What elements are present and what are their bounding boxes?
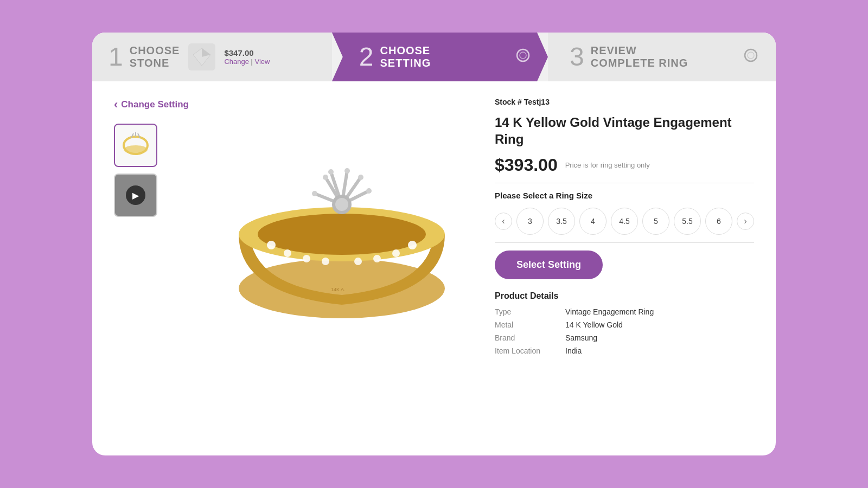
stepper: 1 CHOOSE STONE $347.00 Change | View	[92, 33, 776, 81]
size-next-button[interactable]: ›	[737, 213, 754, 230]
step2-ring-icon	[514, 47, 532, 68]
price-value: $393.00	[495, 155, 558, 175]
svg-point-21	[408, 241, 417, 249]
svg-point-30	[328, 169, 334, 175]
detail-key: Metal	[495, 320, 565, 329]
detail-row: Item LocationIndia	[495, 346, 754, 355]
step3-sublabel: COMPLETE RING	[591, 57, 688, 69]
step1-info: $347.00 Change | View	[224, 48, 270, 66]
step3-number: 3	[570, 44, 584, 70]
svg-point-35	[335, 198, 348, 211]
change-link[interactable]: Change	[224, 57, 249, 66]
thumbnail-video[interactable]: ▶	[114, 174, 157, 217]
step1-label: CHOOSE	[130, 44, 180, 57]
svg-point-3	[520, 52, 526, 59]
size-prev-button[interactable]: ‹	[495, 213, 512, 230]
svg-point-31	[344, 168, 350, 174]
divider-2	[495, 242, 754, 243]
step1-thumbnail	[188, 43, 215, 70]
detail-row: BrandSamsung	[495, 333, 754, 342]
detail-key: Brand	[495, 333, 565, 342]
svg-point-17	[322, 258, 329, 265]
back-chevron-icon: ‹	[114, 98, 118, 112]
step3-label: REVIEW	[591, 44, 688, 57]
change-setting-link[interactable]: ‹ Change Setting	[114, 98, 189, 112]
svg-point-18	[354, 258, 362, 265]
size-btn-3.5[interactable]: 3.5	[548, 208, 575, 235]
svg-point-4	[745, 49, 757, 61]
step-3: 3 REVIEW COMPLETE RING	[548, 33, 776, 81]
stock-row: Stock # Testj13	[495, 98, 754, 106]
step3-ring-icon	[742, 47, 760, 68]
step2-label: CHOOSE	[380, 44, 431, 57]
size-selector: ‹ 33.544.555.56›	[495, 208, 754, 235]
details-rows: TypeVintage Engagement RingMetal14 K Yel…	[495, 307, 754, 355]
main-image-area: 14K A.	[210, 98, 473, 359]
step-2: 2 CHOOSE SETTING	[332, 33, 548, 81]
svg-point-28	[323, 175, 328, 180]
thumbnail-image[interactable]	[114, 124, 157, 167]
price-row: $393.00 Price is for ring setting only	[495, 155, 754, 175]
view-link[interactable]: View	[255, 57, 270, 66]
step1-number: 1	[108, 44, 123, 70]
detail-value: India	[565, 346, 582, 355]
detail-value: Samsung	[565, 333, 597, 342]
size-btn-3[interactable]: 3	[516, 208, 544, 235]
size-btn-6[interactable]: 6	[705, 208, 732, 235]
svg-point-29	[312, 191, 317, 196]
change-setting-label: Change Setting	[121, 99, 189, 110]
svg-point-5	[748, 52, 754, 59]
size-btn-5[interactable]: 5	[642, 208, 669, 235]
svg-point-14	[267, 241, 276, 249]
detail-value: 14 K Yellow Gold	[565, 320, 623, 329]
price-note: Price is for ring setting only	[565, 161, 650, 169]
size-btn-4.5[interactable]: 4.5	[611, 208, 638, 235]
step1-price: $347.00	[224, 48, 270, 57]
svg-point-13	[258, 214, 426, 255]
body-content: ‹ Change Setting ▶	[92, 81, 776, 376]
play-button-icon: ▶	[126, 185, 145, 205]
divider-1	[495, 183, 754, 183]
detail-key: Item Location	[495, 346, 565, 355]
svg-point-16	[303, 255, 310, 262]
product-details-title: Product Details	[495, 291, 754, 301]
product-title: 14 K Yellow Gold Vintage Engagement Ring	[495, 114, 754, 147]
detail-row: Metal14 K Yellow Gold	[495, 320, 754, 329]
svg-point-2	[517, 49, 529, 61]
size-btn-5.5[interactable]: 5.5	[674, 208, 701, 235]
main-card: 1 CHOOSE STONE $347.00 Change | View	[92, 33, 776, 455]
product-info: Stock # Testj13 14 K Yellow Gold Vintage…	[495, 98, 754, 359]
svg-point-19	[373, 255, 381, 262]
svg-text:14K A.: 14K A.	[331, 287, 346, 292]
detail-key: Type	[495, 307, 565, 316]
svg-point-32	[358, 175, 363, 180]
step1-sublabel: STONE	[130, 57, 180, 69]
product-details-section: Product Details TypeVintage Engagement R…	[495, 291, 754, 359]
step-1: 1 CHOOSE STONE $347.00 Change | View	[92, 33, 332, 81]
stock-id: Testj13	[524, 98, 550, 106]
size-label: Please Select a Ring Size	[495, 191, 754, 200]
step2-number: 2	[359, 44, 374, 70]
select-setting-button[interactable]: Select Setting	[495, 251, 603, 279]
step1-links: Change | View	[224, 57, 270, 66]
svg-point-15	[284, 249, 291, 257]
ring-image: 14K A.	[228, 126, 456, 332]
detail-row: TypeVintage Engagement Ring	[495, 307, 754, 316]
left-panel: ‹ Change Setting ▶	[114, 98, 189, 359]
svg-point-20	[392, 249, 400, 257]
size-btn-4[interactable]: 4	[579, 208, 607, 235]
detail-value: Vintage Engagement Ring	[565, 307, 654, 316]
svg-point-33	[366, 188, 372, 194]
step2-sublabel: SETTING	[380, 57, 431, 69]
stock-label: Stock #	[495, 98, 522, 106]
